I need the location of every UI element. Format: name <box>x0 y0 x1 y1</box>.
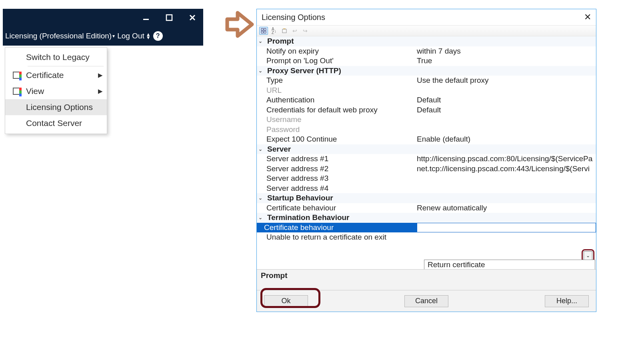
menu-view[interactable]: View ▶ <box>5 83 107 99</box>
menu-item-label: Switch to Legacy <box>26 52 90 62</box>
prop-proxy-pass[interactable]: Password <box>257 125 596 135</box>
menu-item-label: Licensing Options <box>26 102 93 112</box>
category-server[interactable]: ⌄Server <box>257 144 596 154</box>
certificate-icon <box>13 88 22 95</box>
menu-item-label: View <box>26 86 44 96</box>
arrow-right-icon <box>224 9 255 40</box>
prop-proxy-type[interactable]: TypeUse the default proxy <box>257 76 596 86</box>
licensing-options-dialog: Licensing Options ✕ AZ↓ ↩ ↪ ⌄Prompt Noti… <box>256 9 596 312</box>
ribbon-bar: Licensing (Professional Edition) ▾ Log O… <box>3 28 203 46</box>
prop-startup-cert[interactable]: Certificate behaviourRenew automatically <box>257 203 596 213</box>
menu-switch-legacy[interactable]: Switch to Legacy <box>5 49 107 65</box>
property-grid-toolbar: AZ↓ ↩ ↪ <box>257 25 596 36</box>
svg-rect-5 <box>264 31 266 33</box>
help-icon[interactable]: ? <box>153 31 163 41</box>
menu-item-label: Certificate <box>26 70 64 80</box>
svg-rect-2 <box>261 28 263 30</box>
prop-term-unable[interactable]: Unable to return a certificate on exit <box>257 232 596 242</box>
close-icon[interactable] <box>188 14 197 23</box>
close-icon[interactable]: ✕ <box>584 12 591 22</box>
property-grid: ⌄Prompt Notify on expirywithin 7 days Pr… <box>257 36 596 269</box>
svg-rect-6 <box>282 29 286 33</box>
prop-server-1[interactable]: Server address #1http://licensing.pscad.… <box>257 154 596 164</box>
redo-icon[interactable]: ↪ <box>301 27 310 35</box>
svg-rect-1 <box>166 15 172 20</box>
prop-term-cert[interactable]: Certificate behaviour <box>257 223 596 233</box>
menu-contact-server[interactable]: Contact Server <box>5 115 107 131</box>
property-pages-icon[interactable] <box>280 27 289 35</box>
licensing-context-menu: Switch to Legacy Certificate ▶ View ▶ Li… <box>5 47 107 134</box>
menu-item-label: Contact Server <box>26 118 82 128</box>
prop-expect-100[interactable]: Expect 100 ContinueEnable (default) <box>257 134 596 144</box>
menu-certificate[interactable]: Certificate ▶ <box>5 67 107 83</box>
prop-notify-on-expiry[interactable]: Notify on expirywithin 7 days <box>257 46 596 56</box>
prop-proxy-cred[interactable]: Credentials for default web proxyDefault <box>257 105 596 115</box>
chevron-down-icon: ▾ <box>112 33 115 39</box>
prop-prompt-on-logout[interactable]: Prompt on 'Log Out'True <box>257 56 596 66</box>
prop-proxy-url[interactable]: URL <box>257 86 596 96</box>
ok-button[interactable]: Ok <box>264 295 308 307</box>
licensing-menu[interactable]: Licensing (Professional Edition) <box>5 32 112 40</box>
dialog-titlebar: Licensing Options ✕ <box>257 9 596 25</box>
categorized-icon[interactable] <box>259 27 268 35</box>
dialog-title: Licensing Options <box>262 13 325 22</box>
minimize-icon[interactable] <box>142 14 150 23</box>
prop-server-3[interactable]: Server address #3 <box>257 174 596 184</box>
prop-server-4[interactable]: Server address #4 <box>257 184 596 194</box>
prop-server-2[interactable]: Server address #2net.tcp://licensing.psc… <box>257 164 596 174</box>
svg-rect-4 <box>261 31 263 33</box>
window-titlebar <box>3 9 203 28</box>
property-description: Prompt <box>257 269 596 290</box>
cert-behaviour-dropdown: Return certificate Prompt me Retain cert… <box>424 260 595 269</box>
undo-icon[interactable]: ↩ <box>290 27 299 35</box>
category-startup[interactable]: ⌄Startup Behaviour <box>257 193 596 203</box>
certificate-icon <box>13 72 22 79</box>
category-termination[interactable]: ⌄Termination Behaviour <box>257 213 596 223</box>
svg-rect-0 <box>143 19 149 20</box>
sort-updown-icon[interactable]: ▲▼ <box>146 33 151 39</box>
menu-licensing-options[interactable]: Licensing Options <box>5 99 107 115</box>
logout-button[interactable]: Log Out <box>117 32 144 40</box>
submenu-arrow-icon: ▶ <box>98 72 103 79</box>
dialog-button-row: Ok Cancel Help... <box>257 290 596 312</box>
cancel-button[interactable]: Cancel <box>404 295 448 307</box>
help-button[interactable]: Help... <box>545 295 589 307</box>
prop-proxy-user[interactable]: Username <box>257 115 596 125</box>
prop-proxy-auth[interactable]: AuthenticationDefault <box>257 95 596 105</box>
svg-rect-3 <box>264 28 266 30</box>
description-label: Prompt <box>261 271 288 280</box>
alphabetical-icon[interactable]: AZ↓ <box>270 27 278 35</box>
dropdown-button[interactable]: ⌄ <box>584 251 592 260</box>
maximize-icon[interactable] <box>165 14 174 23</box>
menu-separator <box>28 66 104 66</box>
category-proxy[interactable]: ⌄Proxy Server (HTTP) <box>257 66 596 76</box>
option-return-certificate[interactable]: Return certificate <box>424 260 595 269</box>
app-window: Licensing (Professional Edition) ▾ Log O… <box>3 9 203 46</box>
submenu-arrow-icon: ▶ <box>98 88 103 95</box>
category-prompt[interactable]: ⌄Prompt <box>257 36 596 46</box>
